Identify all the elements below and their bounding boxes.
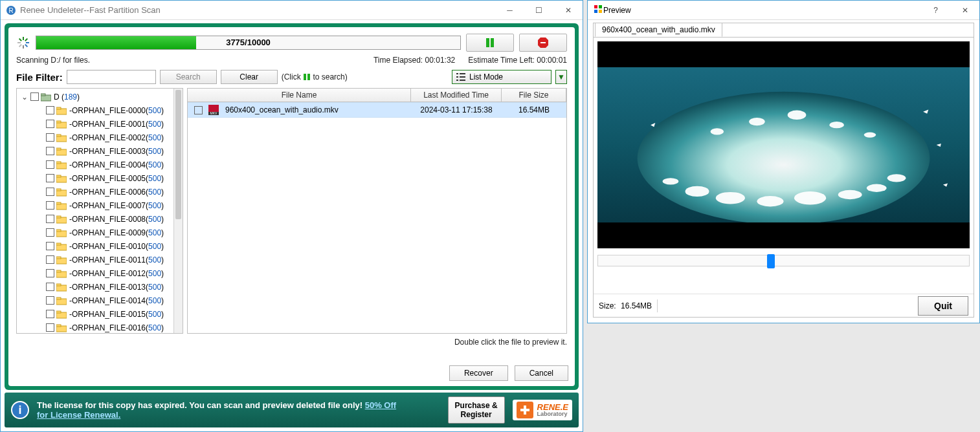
tree-item-count: 500 [148, 147, 161, 156]
file-row-checkbox[interactable] [194, 106, 203, 114]
svg-rect-41 [56, 216, 61, 218]
tree-item-checkbox[interactable] [46, 133, 54, 142]
tree-item[interactable]: -ORPHAN_FILE-0002 (500) [18, 131, 172, 144]
tree-root-checkbox[interactable] [30, 92, 39, 101]
tree-item-name: -ORPHAN_FILE-0004 [69, 160, 146, 169]
info-icon: i [11, 401, 29, 419]
preview-help-button[interactable]: ? [921, 1, 950, 19]
pause-button[interactable] [466, 34, 514, 52]
footer-link-label: 50% Off [365, 400, 396, 410]
preview-tab-label: 960x400_ocean_with_audio.mkv [602, 25, 715, 34]
tree-scrollbar[interactable] [173, 89, 183, 333]
tree-item-checkbox[interactable] [46, 283, 54, 291]
svg-rect-57 [56, 325, 61, 327]
video-preview[interactable] [597, 41, 970, 248]
tree-item[interactable]: -ORPHAN_FILE-0007 (500) [18, 199, 172, 212]
file-row[interactable]: MKV960x400_ocean_with_audio.mkv2024-03-1… [188, 102, 566, 118]
quit-button[interactable]: Quit [918, 296, 968, 316]
preview-hint: Double click the file to preview it. [16, 338, 567, 347]
clear-button[interactable]: Clear [221, 70, 278, 84]
folder-icon [56, 215, 67, 224]
tree-item-checkbox[interactable] [46, 215, 54, 223]
svg-point-77 [711, 128, 724, 135]
folder-icon [56, 255, 67, 265]
tree-item-count: 500 [148, 106, 161, 115]
folder-icon [56, 106, 67, 115]
svg-rect-21 [460, 80, 465, 81]
tree-item[interactable]: -ORPHAN_FILE-0006 (500) [18, 185, 172, 199]
tree-item[interactable]: -ORPHAN_FILE-0010 (500) [18, 239, 172, 253]
tree-item-checkbox[interactable] [46, 201, 54, 210]
tree-item[interactable]: -ORPHAN_FILE-0015 (500) [18, 307, 172, 321]
tree-root-row[interactable]: ⌄ D (189) [18, 90, 172, 103]
list-mode-dropdown[interactable]: ▼ [555, 70, 567, 84]
stop-icon [537, 36, 550, 49]
recover-button[interactable]: Recover [449, 365, 508, 381]
preview-tabs: 960x400_ocean_with_audio.mkv [594, 23, 974, 38]
preview-tab[interactable]: 960x400_ocean_with_audio.mkv [595, 23, 722, 37]
tree-item-paren-close: ) [161, 133, 164, 142]
preview-window: Preview ? ✕ 960x400_ocean_with_audio.mkv [587, 0, 980, 323]
tree-expander[interactable]: ⌄ [21, 92, 28, 102]
tree-item-checkbox[interactable] [46, 242, 54, 250]
tree-item[interactable]: -ORPHAN_FILE-0013 (500) [18, 280, 172, 294]
tree-item[interactable]: -ORPHAN_FILE-0009 (500) [18, 226, 172, 239]
col-size[interactable]: File Size [502, 89, 566, 102]
tree-item[interactable]: -ORPHAN_FILE-0001 (500) [18, 117, 172, 131]
stop-button[interactable] [519, 34, 567, 52]
tree-item-checkbox[interactable] [46, 106, 54, 114]
tree-item-name: -ORPHAN_FILE-0003 [69, 147, 146, 156]
tree-item-checkbox[interactable] [46, 323, 54, 332]
search-button[interactable]: Search [160, 70, 217, 84]
tree-item[interactable]: -ORPHAN_FILE-0000 (500) [18, 103, 172, 117]
tree-item[interactable]: -ORPHAN_FILE-0008 (500) [18, 212, 172, 226]
svg-rect-55 [56, 311, 61, 313]
folder-icon [56, 188, 67, 197]
tree-item-paren-close: ) [161, 323, 164, 332]
minimize-button[interactable]: ─ [495, 1, 524, 19]
file-filter-input[interactable] [67, 70, 156, 84]
cancel-button[interactable]: Cancel [515, 365, 568, 381]
tree-item-checkbox[interactable] [46, 188, 54, 196]
tree-item-checkbox[interactable] [46, 310, 54, 318]
tree-item[interactable]: -ORPHAN_FILE-0014 (500) [18, 294, 172, 307]
maximize-button[interactable]: ☐ [524, 1, 553, 19]
col-filename[interactable]: File Name [188, 89, 411, 102]
svg-point-71 [757, 196, 783, 206]
clear-button-label: Clear [239, 72, 258, 81]
lists-row: ⌄ D (189) -ORPHAN_FILE-0000 (500)-ORPHAN… [16, 88, 567, 334]
col-date[interactable]: Last Modified Time [411, 89, 502, 102]
tree-item-checkbox[interactable] [46, 255, 54, 264]
tree-item-paren-close: ) [161, 106, 164, 115]
svg-point-79 [788, 111, 807, 120]
tree-item-checkbox[interactable] [46, 120, 54, 128]
tree-item-checkbox[interactable] [46, 296, 54, 305]
svg-rect-20 [456, 80, 458, 81]
svg-rect-43 [56, 230, 61, 232]
preview-window-controls: ? ✕ [921, 1, 979, 19]
tree-item-name: -ORPHAN_FILE-0000 [69, 106, 146, 115]
tree-item-checkbox[interactable] [46, 174, 54, 182]
tree-item-checkbox[interactable] [46, 160, 54, 169]
tree-item-checkbox[interactable] [46, 269, 54, 277]
tree-item[interactable]: -ORPHAN_FILE-0003 (500) [18, 144, 172, 158]
footer-renewal-link[interactable]: for License Renewal. [37, 410, 120, 420]
list-mode-button[interactable]: List Mode [452, 70, 551, 84]
tree-item-checkbox[interactable] [46, 228, 54, 237]
footer-offer-link[interactable]: 50% Off [365, 400, 396, 410]
tree-item-name: -ORPHAN_FILE-0016 [69, 323, 146, 332]
tree-item[interactable]: -ORPHAN_FILE-0005 (500) [18, 171, 172, 185]
tree-item[interactable]: -ORPHAN_FILE-0004 (500) [18, 158, 172, 171]
preview-close-button[interactable]: ✕ [950, 1, 979, 19]
tree-item-checkbox[interactable] [46, 147, 54, 155]
svg-rect-33 [56, 162, 61, 164]
tree-item[interactable]: -ORPHAN_FILE-0011 (500) [18, 253, 172, 266]
folder-icon [56, 160, 67, 169]
purchase-register-button[interactable]: Purchase &Register [448, 396, 505, 424]
playback-slider-thumb[interactable] [767, 254, 775, 268]
tree-item[interactable]: -ORPHAN_FILE-0012 (500) [18, 266, 172, 280]
close-button[interactable]: ✕ [553, 1, 583, 19]
playback-slider[interactable] [597, 255, 970, 266]
tree-scrollbar-thumb[interactable] [175, 90, 181, 219]
tree-item[interactable]: -ORPHAN_FILE-0016 (500) [18, 321, 172, 333]
